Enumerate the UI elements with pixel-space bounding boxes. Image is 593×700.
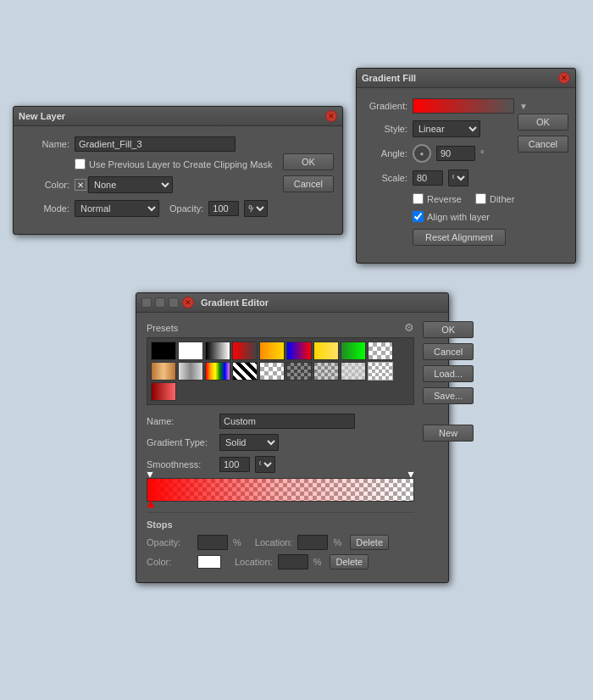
new-layer-dialog: New Layer ✕ Name: Use Previous Layer to … xyxy=(13,106,343,235)
gradient-bar[interactable] xyxy=(147,478,414,502)
preset-swatch-red-trans[interactable] xyxy=(232,342,258,360)
opacity-location-input[interactable] xyxy=(297,535,328,550)
presets-header: Presets ⚙ xyxy=(147,321,414,334)
mode-select[interactable]: Normal xyxy=(75,200,159,217)
preset-swatch-black-white[interactable] xyxy=(205,342,230,360)
name-row: Name: xyxy=(25,136,330,152)
gradient-editor-left: Presets ⚙ xyxy=(147,321,414,574)
gf-style-select[interactable]: Linear xyxy=(413,120,480,137)
gradient-type-select[interactable]: Solid xyxy=(219,434,279,451)
gf-scale-label: Scale: xyxy=(369,173,407,183)
gradient-editor-titlebar: ✕ Gradient Editor xyxy=(136,293,448,313)
gf-buttons: OK Cancel xyxy=(518,114,568,153)
opacity-label: Opacity: xyxy=(169,203,203,214)
preset-swatch-rainbow[interactable] xyxy=(205,362,230,381)
align-layer-checkbox[interactable] xyxy=(413,211,424,222)
new-layer-buttons: OK Cancel xyxy=(283,153,334,192)
preset-swatch-black[interactable] xyxy=(151,342,176,360)
gf-cancel-button[interactable]: Cancel xyxy=(518,136,568,153)
gradient-editor-close-button[interactable]: ✕ xyxy=(182,297,194,308)
opacity-stop-right[interactable] xyxy=(407,471,414,478)
stops-title: Stops xyxy=(147,519,414,530)
preset-swatch-gold[interactable] xyxy=(313,342,339,360)
preset-swatch-checker-light[interactable] xyxy=(313,362,339,381)
color-delete-button[interactable]: Delete xyxy=(330,554,369,569)
titlebar-window-controls: ✕ xyxy=(141,297,194,308)
ge-type-label: Gradient Type: xyxy=(147,437,214,447)
location-label-2: Location: xyxy=(235,557,273,567)
gradient-preview-bar[interactable] xyxy=(413,98,514,114)
color-stop-swatch[interactable] xyxy=(197,555,221,569)
location-label-1: Location: xyxy=(255,537,293,547)
smoothness-unit-select[interactable]: % xyxy=(255,456,275,473)
gradient-bar-container xyxy=(147,478,414,502)
scale-input[interactable] xyxy=(413,170,443,186)
reset-alignment-button[interactable]: Reset Alignment xyxy=(413,229,506,246)
color-label: Color: xyxy=(25,180,69,190)
color-loc-unit: % xyxy=(313,557,322,567)
preset-swatch-blue-red[interactable] xyxy=(286,342,312,360)
mode-label: Mode: xyxy=(25,203,69,214)
clipping-mask-checkbox[interactable] xyxy=(75,158,86,169)
preset-swatch-checker[interactable] xyxy=(368,342,393,360)
preset-swatch-silver[interactable] xyxy=(178,362,203,381)
gf-reverse-dither-row: Reverse Dither xyxy=(413,193,563,204)
name-input[interactable] xyxy=(75,136,236,152)
color-stop-label: Color: xyxy=(147,557,192,567)
gradient-editor-dialog: ✕ Gradient Editor Presets ⚙ xyxy=(136,292,449,583)
gf-ok-button[interactable]: OK xyxy=(518,114,568,131)
ge-name-label: Name: xyxy=(147,416,214,426)
preset-swatch-copper[interactable] xyxy=(151,362,176,381)
preset-swatch-checker-white[interactable] xyxy=(341,362,366,381)
angle-input[interactable] xyxy=(436,146,475,161)
stops-section: Stops Opacity: % Location: % Delete Colo… xyxy=(147,512,414,569)
ge-smoothness-row: Smoothness: % xyxy=(147,456,414,473)
align-layer-checkbox-label[interactable]: Align with layer xyxy=(413,211,490,222)
preset-swatch-checker2[interactable] xyxy=(259,362,285,381)
clipping-mask-label[interactable]: Use Previous Layer to Create Clipping Ma… xyxy=(75,158,272,169)
opacity-stop-input[interactable] xyxy=(197,535,228,550)
preset-swatch-white[interactable] xyxy=(178,342,203,360)
ge-ok-button[interactable]: OK xyxy=(423,321,474,338)
reverse-checkbox[interactable] xyxy=(413,193,424,204)
ge-load-button[interactable]: Load... xyxy=(423,365,474,382)
preset-swatch-green[interactable] xyxy=(341,342,366,360)
scale-unit-select[interactable]: % xyxy=(448,169,468,186)
reverse-checkbox-label[interactable]: Reverse xyxy=(413,193,462,204)
preset-swatch-diagonal[interactable] xyxy=(232,362,258,381)
preset-swatch-dark-red[interactable] xyxy=(151,382,176,401)
color-stop-row: Color: Location: % Delete xyxy=(147,554,414,569)
preset-swatch-checker-dark[interactable] xyxy=(286,362,312,381)
ge-save-button[interactable]: Save... xyxy=(423,387,474,404)
maximize-icon[interactable] xyxy=(155,297,165,308)
presets-grid xyxy=(147,337,414,405)
new-layer-close-button[interactable]: ✕ xyxy=(325,110,337,122)
opacity-loc-unit: % xyxy=(333,537,341,547)
name-input[interactable] xyxy=(219,414,355,429)
color-select[interactable]: None xyxy=(88,176,173,193)
minimize-icon[interactable] xyxy=(141,297,152,308)
smoothness-input[interactable] xyxy=(219,457,250,472)
dither-checkbox-label[interactable]: Dither xyxy=(475,193,514,204)
angle-dial[interactable]: ● xyxy=(413,144,431,163)
restore-icon[interactable] xyxy=(169,297,179,308)
opacity-stop-left[interactable] xyxy=(147,471,153,478)
angle-deg: ° xyxy=(480,148,484,158)
gf-scale-row: Scale: % xyxy=(369,169,563,186)
gradient-fill-close-button[interactable]: ✕ xyxy=(558,72,570,84)
presets-gear-icon[interactable]: ⚙ xyxy=(404,321,414,334)
ge-new-button[interactable]: New xyxy=(423,425,474,442)
opacity-unit-select[interactable]: % xyxy=(244,200,268,217)
gf-angle-label: Angle: xyxy=(369,148,407,158)
opacity-delete-button[interactable]: Delete xyxy=(350,535,389,550)
ge-cancel-button[interactable]: Cancel xyxy=(423,343,474,360)
preset-swatch-trans2[interactable] xyxy=(368,362,393,381)
dither-checkbox[interactable] xyxy=(475,193,486,204)
preset-swatch-orange-yellow[interactable] xyxy=(259,342,285,360)
name-label: Name: xyxy=(25,139,69,149)
color-location-input[interactable] xyxy=(278,554,308,569)
new-layer-cancel-button[interactable]: Cancel xyxy=(283,175,334,192)
gradient-dropdown-icon[interactable]: ▼ xyxy=(519,102,528,111)
opacity-input[interactable] xyxy=(208,201,239,216)
new-layer-ok-button[interactable]: OK xyxy=(283,153,334,170)
